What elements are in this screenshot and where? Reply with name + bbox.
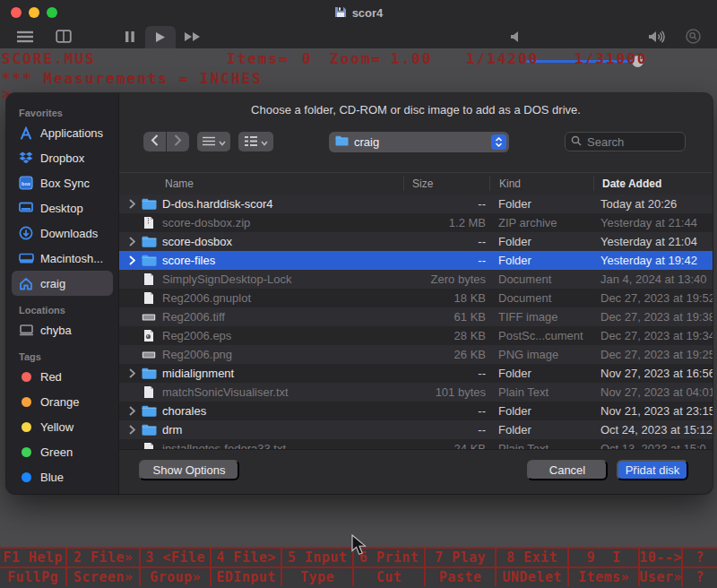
file-kind: Document — [498, 270, 597, 289]
dos-menu-item[interactable]: UNDelet — [495, 568, 567, 586]
table-row[interactable]: midialignment--FolderNov 27, 2023 at 16:… — [119, 364, 713, 383]
column-divider[interactable] — [489, 177, 490, 191]
search-field[interactable] — [565, 132, 686, 151]
volume-low-icon[interactable] — [510, 30, 520, 43]
dos-menu-item[interactable]: Screen» — [65, 568, 139, 586]
column-header-date-added[interactable]: Date Added — [602, 173, 661, 195]
forward-button[interactable] — [167, 132, 189, 151]
disclosure-chevron-icon[interactable] — [129, 364, 138, 383]
table-row[interactable]: D-dos.harddisk-scor4--FolderToday at 20:… — [119, 195, 713, 213]
sidebar-item-label: Applications — [40, 126, 103, 140]
table-row[interactable]: Reg2006.eps28 KBPostSc...cumentDec 27, 2… — [119, 326, 713, 345]
file-date-added: Oct 24, 2023 at 15:12 — [600, 420, 713, 439]
table-row[interactable]: SimplySignDesktop-LockZero bytesDocument… — [119, 270, 713, 289]
computer-icon — [18, 322, 34, 338]
table-row[interactable]: score-dosbox.zip1.2 MBZIP archiveYesterd… — [119, 213, 713, 232]
dos-menu-item[interactable]: Items» — [567, 568, 638, 586]
disclosure-chevron-icon[interactable] — [129, 195, 138, 213]
sidebar-item-downloads[interactable]: Downloads — [12, 220, 113, 246]
table-row[interactable]: Reg2006.png26 KBPNG imageDec 27, 2023 at… — [119, 345, 713, 364]
table-row[interactable]: installnotes-fedora33.txt24 KBPlain Text… — [119, 439, 713, 449]
sidebar-item-dropbox[interactable]: Dropbox — [12, 145, 113, 170]
dos-menu-item[interactable]: FullPg — [0, 568, 65, 586]
dos-menu-item[interactable]: Group» — [139, 568, 210, 586]
table-row[interactable]: score-dosbox--FolderYesterday at 21:04 — [119, 232, 713, 251]
dos-menu-item[interactable]: Paste — [424, 568, 495, 586]
dos-ratio-2: 1/31000 — [574, 50, 647, 67]
list-view-icon — [203, 134, 215, 150]
file-size: -- — [388, 420, 486, 439]
column-header-kind[interactable]: Kind — [499, 173, 521, 195]
chevron-down-icon — [219, 134, 226, 150]
cancel-button[interactable]: Cancel — [527, 460, 608, 480]
table-row[interactable]: matchSonicVisualiser.txt101 bytesPlain T… — [119, 383, 713, 402]
file-size: 26 KB — [388, 345, 486, 364]
dos-menu-item[interactable]: 5 Input — [281, 549, 352, 566]
dos-menu-item[interactable]: EDInput — [210, 568, 281, 586]
sidebar-item-desktop[interactable]: Desktop — [12, 195, 113, 220]
sidebar-item-blue[interactable]: Blue — [12, 464, 113, 489]
file-kind: Folder — [498, 195, 597, 213]
dos-menu-item[interactable]: 3 <File — [139, 549, 210, 566]
sidebar-item-red[interactable]: Red — [12, 364, 113, 389]
svg-text:box: box — [22, 181, 31, 186]
dos-menu-item[interactable]: F1 Help — [0, 549, 65, 566]
file-list-header: NameSizeKindDate Added — [119, 172, 713, 195]
fast-forward-icon[interactable] — [184, 31, 202, 42]
table-row[interactable]: Reg2006.gnuplot18 KBDocumentDec 27, 2023… — [119, 289, 713, 307]
dos-menu-item[interactable]: Cut — [352, 568, 424, 586]
sidebar-item-chyba[interactable]: chyba — [12, 317, 113, 342]
sidebar-item-label: Blue — [40, 471, 64, 484]
dos-menu-item[interactable]: ? — [681, 549, 717, 566]
dos-menu-item[interactable]: 9 I — [567, 549, 638, 566]
dos-menu-item[interactable]: ? — [681, 568, 717, 586]
sidebar-item-orange[interactable]: Orange — [12, 389, 113, 414]
sidebar-item-yellow[interactable]: Yellow — [12, 414, 113, 439]
disclosure-chevron-icon[interactable] — [129, 232, 138, 251]
floppy-disk-icon — [334, 5, 347, 21]
dos-menu-item[interactable]: 10--> — [638, 549, 681, 566]
sidebar-item-macintosh-[interactable]: Macintosh... — [12, 246, 113, 271]
search-input[interactable] — [585, 134, 679, 150]
book-icon[interactable] — [56, 30, 72, 43]
dos-menu-item[interactable]: 2 File» — [65, 549, 139, 566]
dos-menu-item[interactable]: 4 File> — [210, 549, 281, 566]
group-view-dropdown[interactable] — [238, 132, 273, 151]
dos-menu-item[interactable]: Type — [281, 568, 352, 586]
sidebar-item-craig[interactable]: craig — [12, 271, 113, 296]
list-view-dropdown[interactable] — [197, 132, 230, 151]
sidebar-item-green[interactable]: Green — [12, 439, 113, 464]
folder-icon — [141, 251, 157, 270]
disclosure-chevron-icon[interactable] — [129, 420, 138, 439]
disclosure-chevron-icon[interactable] — [129, 251, 138, 270]
folder-icon — [141, 402, 157, 420]
table-row[interactable]: Reg2006.tiff61 KBTIFF imageDec 27, 2023 … — [119, 307, 713, 326]
column-header-size[interactable]: Size — [412, 173, 433, 195]
disclosure-chevron-icon[interactable] — [129, 402, 138, 420]
dos-menu-item[interactable]: 7 Play — [424, 549, 495, 566]
sidebar-item-box-sync[interactable]: boxBox Sync — [12, 170, 113, 195]
column-divider[interactable] — [403, 177, 404, 191]
table-row[interactable]: chorales--FolderNov 21, 2023 at 23:15 — [119, 402, 713, 420]
window-title: scor4 — [352, 6, 384, 20]
file-size: 24 KB — [388, 439, 486, 449]
dos-menu-item[interactable]: 8 Exit — [495, 549, 567, 566]
add-disk-button[interactable]: Přidat disk — [617, 460, 688, 480]
show-options-button[interactable]: Show Options — [139, 460, 239, 480]
table-row[interactable]: score-files--FolderYesterday at 19:42 — [119, 251, 713, 270]
back-button[interactable] — [143, 132, 166, 151]
circled-search-icon[interactable] — [686, 29, 701, 44]
column-divider[interactable] — [593, 177, 594, 191]
dos-items-value: 0 — [302, 50, 313, 67]
column-header-name[interactable]: Name — [165, 173, 194, 195]
folder-icon — [141, 232, 157, 251]
sidebar-item-applications[interactable]: Applications — [12, 120, 113, 145]
location-popup[interactable]: craig — [329, 132, 509, 152]
document-icon — [141, 383, 157, 402]
menu-icon[interactable] — [16, 30, 34, 44]
dialog-content: Choose a folder, CD-ROM or disc image to… — [119, 93, 713, 494]
dos-menu-item[interactable]: User» — [638, 568, 681, 586]
pause-icon[interactable] — [125, 30, 135, 43]
table-row[interactable]: drm--FolderOct 24, 2023 at 15:12 — [119, 420, 713, 439]
volume-high-icon[interactable] — [648, 30, 665, 44]
